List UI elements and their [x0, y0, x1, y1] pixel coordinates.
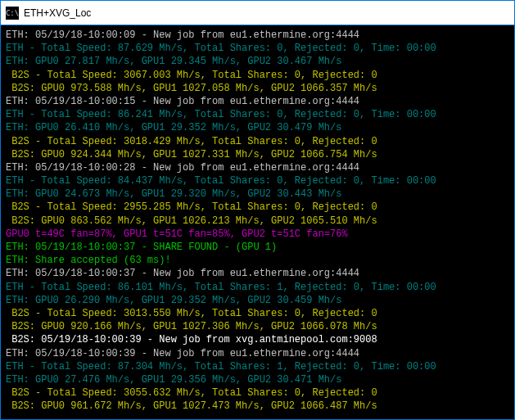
terminal-line: ETH: 05/19/18-10:00:09 - New job from eu…	[6, 29, 509, 42]
terminal-line: B2S: GPU0 973.588 Mh/s, GPU1 1027.058 Mh…	[6, 82, 509, 95]
terminal-line: ETH: 05/19/18-10:00:37 - SHARE FOUND - (…	[6, 241, 509, 254]
terminal-line: B2S: GPU0 920.166 Mh/s, GPU1 1027.306 Mh…	[6, 320, 509, 333]
terminal-line: ETH - Total Speed: 84.437 Mh/s, Total Sh…	[6, 174, 509, 187]
terminal-window: C:\ ETH+XVG_Loc ETH: 05/19/18-10:00:09 -…	[0, 0, 515, 420]
terminal-line: ETH: GPU0 24.673 Mh/s, GPU1 29.320 Mh/s,…	[6, 187, 509, 201]
terminal-line: B2S - Total Speed: 3055.632 Mh/s, Total …	[6, 386, 509, 400]
terminal-line: ETH: GPU0 27.817 Mh/s, GPU1 29.345 Mh/s,…	[6, 55, 509, 68]
titlebar[interactable]: C:\ ETH+XVG_Loc	[1, 1, 514, 25]
terminal-line: B2S - Total Speed: 3018.429 Mh/s, Total …	[6, 135, 509, 148]
terminal-line: B2S - Total Speed: 3013.550 Mh/s, Total …	[6, 307, 509, 320]
terminal-line: ETH: GPU0 27.476 Mh/s, GPU1 29.356 Mh/s,…	[6, 373, 509, 386]
terminal-line: ETH: 05/19/18-10:00:37 - New job from eu…	[6, 267, 509, 280]
terminal-line: B2S: GPU0 924.344 Mh/s, GPU1 1027.331 Mh…	[6, 148, 509, 161]
terminal-line: B2S: GPU0 863.562 Mh/s, GPU1 1026.213 Mh…	[6, 215, 509, 228]
terminal-line: ETH: GPU0 26.410 Mh/s, GPU1 29.352 Mh/s,…	[6, 121, 509, 134]
terminal-line: ETH - Total Speed: 86.101 Mh/s, Total Sh…	[6, 281, 509, 294]
terminal-line: B2S: GPU0 961.672 Mh/s, GPU1 1027.473 Mh…	[6, 400, 509, 413]
terminal-line: ETH - Total Speed: 86.241 Mh/s, Total Sh…	[6, 108, 509, 121]
terminal-line: GPU0 t=49C fan=87%, GPU1 t=51C fan=85%, …	[6, 228, 509, 241]
terminal-line: ETH - Total Speed: 87.629 Mh/s, Total Sh…	[6, 42, 509, 55]
terminal-line: ETH: Share accepted (63 ms)!	[6, 254, 509, 267]
terminal-line: ETH: GPU0 26.290 Mh/s, GPU1 29.352 Mh/s,…	[6, 294, 509, 307]
terminal-line: ETH: 05/19/18-10:00:28 - New job from eu…	[6, 161, 509, 174]
window-title: ETH+XVG_Loc	[24, 7, 91, 19]
cmd-icon-glyph: C:\	[6, 9, 19, 17]
terminal-line: B2S - Total Speed: 3067.003 Mh/s, Total …	[6, 69, 509, 82]
cmd-icon: C:\	[6, 7, 19, 20]
terminal-line: B2S: 05/19/18-10:00:39 - New job from xv…	[6, 333, 509, 346]
terminal-line: ETH: 05/19/18-10:00:39 - New job from eu…	[6, 347, 509, 360]
terminal-line: ETH: 05/19/18-10:00:15 - New job from eu…	[6, 95, 509, 108]
terminal-line: ETH - Total Speed: 87.304 Mh/s, Total Sh…	[6, 360, 509, 373]
terminal-output[interactable]: ETH: 05/19/18-10:00:09 - New job from eu…	[1, 25, 514, 419]
terminal-line: B2S - Total Speed: 2955.285 Mh/s, Total …	[6, 201, 509, 214]
